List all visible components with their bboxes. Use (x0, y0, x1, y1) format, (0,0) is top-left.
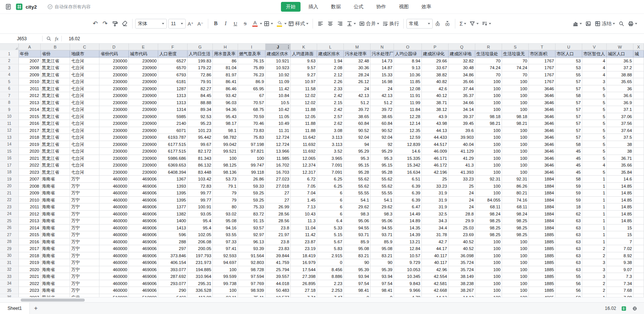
cell-H8[interactable]: 96.03 (213, 99, 238, 106)
cell-Q6[interactable]: 37.44 (449, 85, 475, 93)
cell-P15[interactable]: 46.009 (422, 148, 449, 155)
cell-T24[interactable]: 1884 (529, 211, 555, 218)
cell-K32[interactable]: 17.544 (291, 266, 317, 273)
row-header-32[interactable]: 32 (0, 266, 19, 273)
cell-A19[interactable]: 2007 (19, 176, 41, 183)
cell-E1[interactable]: 城市代码 (129, 50, 158, 58)
cell-P2[interactable]: 29.66 (422, 58, 449, 65)
cell-J8[interactable]: 10.5 (266, 99, 291, 106)
cell-L36[interactable]: 7.47 (317, 294, 344, 297)
cell-C18[interactable]: 七台河 (70, 169, 99, 176)
cell-R30[interactable]: 100 (475, 252, 502, 259)
cell-X14[interactable] (633, 141, 644, 148)
cell-H32[interactable]: 100 (213, 266, 238, 273)
cell-N11[interactable]: 60.84 (371, 120, 394, 127)
cell-Q9[interactable]: 34.14 (449, 106, 475, 113)
tab-formula[interactable]: 公式 (349, 2, 368, 12)
cell-E18[interactable]: 230900 (129, 169, 158, 176)
cell-S4[interactable]: 70 (502, 71, 529, 79)
cell-N2[interactable]: 14.73 (371, 58, 394, 65)
cell-V6[interactable]: 5 (582, 85, 607, 93)
align-left-button[interactable] (316, 18, 325, 29)
cell-P3[interactable]: 33.67 (422, 64, 449, 71)
freeze-panes-button[interactable]: 冻结 (593, 18, 617, 29)
cell-H10[interactable]: 95.43 (213, 113, 238, 120)
cell-H34[interactable]: 99.738 (213, 280, 238, 287)
cell-X22[interactable] (633, 197, 644, 204)
cell-E22[interactable]: 469006 (129, 197, 158, 204)
cell-Q27[interactable]: 23.69 (449, 231, 475, 238)
cell-K5[interactable]: 10.97 (291, 78, 317, 85)
cell-E10[interactable]: 230900 (129, 113, 158, 120)
cell-Q34[interactable]: 38.238 (449, 280, 475, 287)
cell-D31[interactable]: 460000 (99, 259, 129, 266)
vertical-align-button[interactable] (345, 18, 357, 29)
cell-S29[interactable]: 100 (502, 245, 529, 252)
cell-R18[interactable]: 100 (475, 169, 502, 176)
cell-O8[interactable]: 11.99 (394, 99, 422, 106)
cell-I36[interactable]: 75.11 (238, 294, 266, 297)
cell-D21[interactable]: 460000 (99, 190, 129, 197)
cell-X25[interactable] (633, 217, 644, 225)
cell-C15[interactable]: 七台河 (70, 148, 99, 155)
cell-T31[interactable]: 1885 (529, 259, 555, 266)
cell-O10[interactable]: 12.28 (394, 113, 422, 120)
cell-N36[interactable]: 0 (371, 294, 394, 297)
cell-A2[interactable]: 2007 (19, 58, 41, 65)
cell-O4[interactable]: 10.36 (394, 71, 422, 79)
cell-G5[interactable]: 79.91 (188, 78, 213, 85)
cell-G32[interactable]: 194.885 (188, 266, 213, 273)
decrease-font-button[interactable]: A⁻ (195, 18, 205, 29)
cell-O26[interactable]: 14.35 (394, 225, 422, 232)
print-button[interactable] (626, 18, 639, 29)
cell-U4[interactable]: 55 (555, 71, 582, 79)
cell-V15[interactable]: 5 (582, 148, 607, 155)
cell-H7[interactable]: 93.42 (213, 92, 238, 99)
cell-Q31[interactable]: 35.724 (449, 259, 475, 266)
cell-O29[interactable]: 12.84 (394, 245, 422, 252)
cell-T25[interactable]: 1884 (529, 217, 555, 225)
cell-X15[interactable] (633, 148, 644, 155)
cell-W27[interactable]: 15 (607, 231, 633, 238)
column-header-G[interactable]: G (188, 44, 213, 50)
cell-K10[interactable]: 12.05 (291, 113, 317, 120)
cell-F23[interactable]: 1377 (158, 203, 188, 211)
cell-C35[interactable]: 万宁 (70, 287, 99, 294)
cell-T23[interactable]: 1884 (529, 203, 555, 211)
cell-F30[interactable]: 373.846 (158, 252, 188, 259)
cell-J2[interactable]: 10.921 (266, 58, 291, 65)
row-header-9[interactable]: 9 (0, 106, 19, 113)
cell-Q30[interactable]: 36.098 (449, 252, 475, 259)
cell-V1[interactable]: 市区暂住人 (582, 50, 607, 58)
cell-U10[interactable]: 57 (555, 113, 582, 120)
cell-X2[interactable] (633, 58, 644, 65)
cell-J7[interactable]: 10.84 (266, 92, 291, 99)
cell-L20[interactable]: 6.25 (317, 183, 344, 190)
cell-E16[interactable]: 230900 (129, 155, 158, 162)
cell-E13[interactable]: 230900 (129, 134, 158, 141)
tab-view[interactable]: 视图 (394, 2, 414, 12)
cell-F33[interactable]: 287.692 (158, 273, 188, 280)
cell-D14[interactable]: 230000 (99, 141, 129, 148)
cell-U2[interactable]: 53 (555, 58, 582, 65)
cell-V8[interactable]: 5 (582, 99, 607, 106)
horizontal-scrollbar-thumb[interactable] (21, 299, 85, 302)
cell-K18[interactable]: 12.317 (291, 169, 317, 176)
cell-K17[interactable]: 12.374 (291, 162, 317, 169)
row-header-29[interactable]: 29 (0, 245, 19, 252)
cell-R6[interactable]: 100 (475, 85, 502, 93)
cell-N3[interactable]: 14.87 (371, 64, 394, 71)
cell-K33[interactable]: 27.398 (291, 273, 317, 280)
horizontal-scrollbar[interactable] (0, 297, 644, 302)
cell-F25[interactable]: 1400 (158, 217, 188, 225)
cell-A17[interactable]: 2022 (19, 162, 41, 169)
cell-T19[interactable]: 1884 (529, 176, 555, 183)
increase-decimal-button[interactable]: 00 (433, 18, 443, 29)
cell-I14[interactable]: 97.198 (238, 141, 266, 148)
cell-P8[interactable]: 38.71 (422, 99, 449, 106)
cell-R11[interactable]: 98.21 (475, 120, 502, 127)
cell-D10[interactable]: 230000 (99, 113, 129, 120)
cell-S30[interactable]: 100 (502, 252, 529, 259)
cell-C4[interactable]: 七台河 (70, 71, 99, 79)
cell-D33[interactable]: 460000 (99, 273, 129, 280)
